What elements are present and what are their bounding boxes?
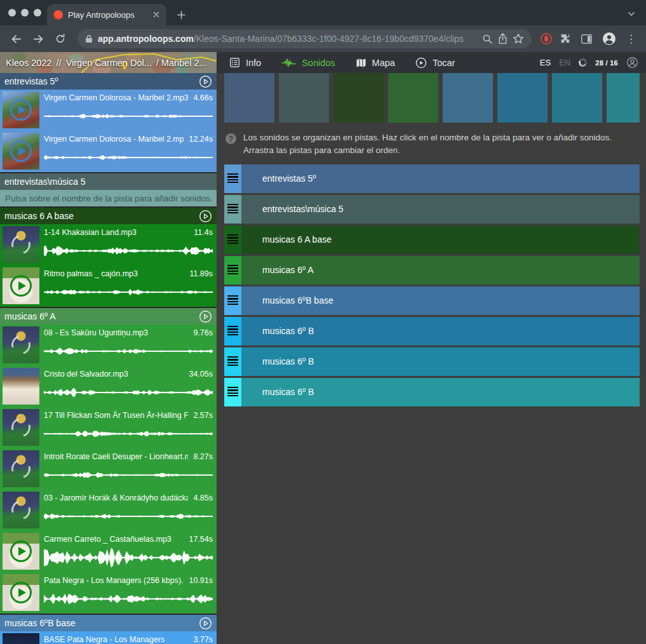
clip-name[interactable]: Introit Rorate Caeli Desuper - Lionheart…	[44, 452, 188, 461]
track-drag-handle[interactable]	[224, 347, 241, 376]
track-header[interactable]: entrevistas 5º	[0, 73, 217, 90]
track-drag-handle[interactable]	[224, 164, 241, 193]
lang-en-button[interactable]: EN	[559, 58, 570, 67]
lang-es-button[interactable]: ES	[540, 58, 551, 67]
track-header[interactable]: musicas 6 A base	[0, 208, 217, 224]
record-extension-icon[interactable]	[541, 33, 552, 44]
track-drag-handle[interactable]	[224, 195, 241, 224]
clip-thumbnail[interactable]	[3, 492, 39, 528]
breadcrumb-parent[interactable]: Virgen Carmen Dol...	[66, 58, 152, 68]
track-drag-handle[interactable]	[224, 256, 241, 285]
nav-tab-tocar[interactable]: Tocar	[415, 57, 455, 69]
track-header[interactable]: entrevistas\música 5	[0, 173, 217, 190]
clip-thumbnail[interactable]	[3, 133, 39, 170]
play-track-button[interactable]	[199, 210, 212, 223]
track-name-button[interactable]: musicas 6 A base	[241, 225, 640, 254]
track-name-button[interactable]: entrevistas 5º	[241, 164, 640, 193]
clip-name[interactable]: Ritmo palmas _ cajón.mp3	[44, 269, 138, 278]
clip-row[interactable]: Cristo del Salvador.mp3 34.05s	[0, 366, 217, 407]
url-text[interactable]: app.antropoloops.com/Kleos-Santa-Marina/…	[98, 34, 477, 44]
track-row[interactable]: musicas 6º B	[224, 317, 640, 345]
track-row[interactable]: musicas 6º A	[224, 256, 640, 285]
new-tab-button[interactable]	[177, 10, 186, 20]
clip-thumbnail[interactable]	[3, 633, 39, 644]
clip-play-icon[interactable]	[3, 267, 39, 304]
url-bar[interactable]: app.antropoloops.com/Kleos-Santa-Marina/…	[77, 29, 532, 48]
track-name-button[interactable]: musicas 6º B	[241, 317, 640, 345]
bookmark-star-icon[interactable]	[513, 33, 524, 44]
extensions-puzzle-icon[interactable]	[557, 32, 574, 46]
empty-track-hint[interactable]: Pulsa sobre el nombre de la pista para a…	[0, 190, 217, 206]
clip-row[interactable]: Virgen Carmen Dolorosa - Maribel 2.mp3 1…	[0, 131, 217, 172]
map-photo-banner[interactable]: Kleos 2022 // Virgen Carmen Dol... / Mar…	[0, 52, 217, 73]
nav-tab-info[interactable]: Info	[229, 57, 261, 68]
track-drag-handle[interactable]	[224, 225, 241, 254]
nav-tab-sonidos[interactable]: Sonidos	[281, 58, 335, 68]
clip-name[interactable]: Virgen Carmen Dolorosa - Maribel 2.mp3	[44, 93, 188, 102]
clip-thumbnail[interactable]	[3, 574, 39, 611]
clip-name[interactable]: BASE Pata Negra - Los Managers	[44, 635, 165, 644]
account-icon[interactable]	[626, 57, 638, 69]
clip-row[interactable]: Virgen Carmen Dolorosa - Maribel 2.mp3 4…	[0, 90, 217, 131]
track-header[interactable]: musicas 6ºB base	[0, 615, 217, 631]
track-drag-handle[interactable]	[224, 317, 241, 345]
clip-thumbnail[interactable]	[3, 450, 39, 487]
side-panel-icon[interactable]	[579, 33, 595, 45]
track-row[interactable]: musicas 6º B	[224, 378, 640, 406]
clip-name[interactable]: 1-14 Khakasian Land.mp3	[44, 228, 137, 237]
track-header[interactable]: musicas 6º A	[0, 308, 217, 325]
clip-name[interactable]: Virgen Carmen Dolorosa - Maribel 2.mp3	[44, 135, 184, 144]
profile-avatar[interactable]	[600, 30, 619, 47]
clip-thumbnail[interactable]	[3, 91, 39, 128]
play-track-button[interactable]	[199, 310, 212, 323]
clip-row[interactable]: 08 - Es Sakūru Uguntiņu.mp3 9.76s	[0, 325, 217, 366]
track-name-button[interactable]: musicas 6ºB base	[241, 286, 640, 315]
window-close-button[interactable]	[8, 9, 16, 17]
track-drag-handle[interactable]	[224, 286, 241, 315]
browser-menu-icon[interactable]: ⋮	[624, 32, 638, 46]
track-name-button[interactable]: musicas 6º B	[241, 347, 640, 376]
clip-name[interactable]: Cristo del Salvador.mp3	[44, 370, 128, 379]
track-row[interactable]: entrevistas 5º	[224, 164, 640, 193]
share-icon[interactable]	[498, 33, 508, 44]
clip-row[interactable]: 17 Till Flickan Som Är Tusen År-Halling …	[0, 407, 217, 448]
browser-tab[interactable]: Play Antropoloops	[47, 4, 166, 25]
clip-row[interactable]: Introit Rorate Caeli Desuper - Lionheart…	[0, 448, 217, 490]
track-row[interactable]: entrevistas\música 5	[224, 195, 640, 224]
clip-play-icon[interactable]	[3, 533, 39, 570]
track-row[interactable]: musicas 6º B	[224, 347, 640, 376]
clip-row[interactable]: 1-14 Khakasian Land.mp3 11.4s	[0, 224, 217, 265]
clip-row[interactable]: Carmen Carreto _ Castañuelas.mp3 17.54s	[0, 531, 217, 572]
track-name-button[interactable]: musicas 6º B	[241, 378, 640, 406]
tab-search-chevron-icon[interactable]	[627, 10, 636, 18]
clip-name[interactable]: 08 - Es Sakūru Uguntiņu.mp3	[44, 328, 148, 337]
track-drag-handle[interactable]	[224, 378, 241, 406]
nav-tab-mapa[interactable]: Mapa	[356, 58, 395, 68]
play-track-button[interactable]	[199, 75, 212, 88]
clip-play-icon[interactable]	[3, 91, 39, 128]
reload-button[interactable]	[52, 32, 69, 46]
clip-name[interactable]: Pata Negra - Los Managers (256 kbps).mp3	[44, 576, 184, 585]
clip-thumbnail[interactable]	[3, 326, 39, 363]
clip-play-icon[interactable]	[3, 574, 39, 611]
track-row[interactable]: musicas 6 A base	[224, 225, 640, 254]
window-zoom-button[interactable]	[34, 9, 41, 17]
clip-thumbnail[interactable]	[3, 533, 39, 570]
back-button[interactable]	[8, 32, 25, 46]
track-name-button[interactable]: musicas 6º A	[241, 256, 640, 285]
clip-thumbnail[interactable]	[3, 267, 39, 304]
clip-row[interactable]: BASE Pata Negra - Los Managers 3.77s	[0, 631, 217, 644]
window-controls[interactable]	[8, 9, 41, 17]
lock-icon[interactable]	[85, 34, 93, 43]
clip-thumbnail[interactable]	[3, 226, 39, 263]
track-row[interactable]: musicas 6ºB base	[224, 286, 640, 315]
clip-row[interactable]: Ritmo palmas _ cajón.mp3 11.89s	[0, 265, 217, 307]
clip-row[interactable]: 03 - Jaromír Horák & Konrádyho dudácká .…	[0, 490, 217, 531]
play-track-button[interactable]	[199, 617, 212, 630]
clip-play-icon[interactable]	[3, 133, 39, 170]
clip-name[interactable]: Carmen Carreto _ Castañuelas.mp3	[44, 535, 172, 544]
clip-name[interactable]: 03 - Jaromír Horák & Konrádyho dudácká .…	[44, 493, 188, 502]
breadcrumb[interactable]: Kleos 2022 // Virgen Carmen Dol... / Mar…	[0, 52, 217, 73]
zoom-page-icon[interactable]	[482, 34, 493, 44]
clip-thumbnail[interactable]	[3, 409, 39, 446]
